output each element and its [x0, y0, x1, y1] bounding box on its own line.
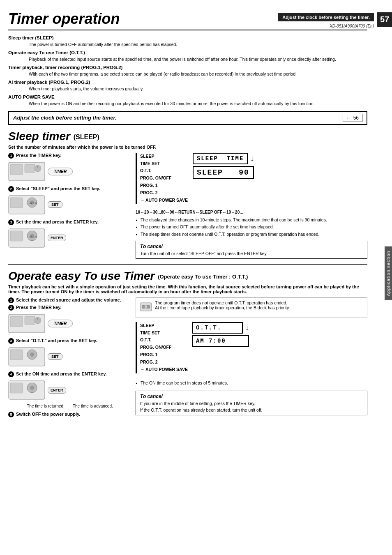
ott-display-2: AM 7:00: [192, 335, 249, 347]
enter-button-sleep: ENTER: [48, 235, 66, 241]
svg-rect-1: [10, 164, 23, 175]
svg-rect-17: [25, 316, 35, 325]
sleep-menu-list: SLEEP TIME SET O.T.T. PROG. ON/OFF PROG.…: [136, 153, 188, 204]
ott-timer-button: TIMER: [48, 320, 73, 327]
svg-rect-25: [10, 383, 23, 393]
svg-rect-11: [10, 231, 23, 241]
sleep-cancel-text: Turn the unit off or select "SLEEP OFF" …: [140, 251, 363, 256]
sleep-step-3: 3 Set the time and press the ENTER key. …: [8, 219, 131, 249]
intro-item-1: Sleep timer (SLEEP) The power is turned …: [8, 35, 367, 48]
sleep-sequence: 10↔20↔30...80↔90↔RETURN↔SLEEP OFF↔10↔20.…: [136, 210, 367, 214]
adjust-clock-text: Adjust the clock before setting the time…: [13, 115, 116, 121]
header-notice: Adjust the clock before setting the time…: [278, 13, 374, 21]
ott-display-1: O.T.T.: [192, 322, 243, 334]
sleep-step-2: 2 Select "SLEEP" and press the SET key. …: [8, 186, 131, 216]
ott-device-3: [8, 379, 45, 401]
menu-prog1: PROG. 1: [140, 182, 188, 189]
intro-item-5: AUTO POWER SAVE When the power is ON and…: [8, 94, 367, 107]
svg-rect-21: [10, 350, 23, 360]
menu-timeset: TIME SET: [140, 160, 188, 168]
ott-desc: Timer playback can be set with a simple …: [8, 284, 367, 294]
ott-bullet-1: The ON time can be set in steps of 5 min…: [136, 380, 367, 386]
ott-steps: 1 Select the desired source and adjust t…: [8, 297, 131, 419]
ott-menu-prog1: PROG. 1: [140, 351, 188, 359]
ott-menu-timeset: TIME SET: [140, 329, 188, 337]
sleep-timer-title: Sleep timer (SLEEP): [8, 130, 367, 143]
sleep-bullet-2: The power is turned OFF automatically af…: [136, 224, 367, 230]
svg-rect-16: [10, 316, 23, 327]
adjust-clock-bar: Adjust the clock before setting the time…: [8, 111, 367, 125]
intro-item-2: Operate easy To use Timer (O.T.T.) Playb…: [8, 49, 367, 62]
sleep-step-1: 1 Press the TIMER key.: [8, 153, 131, 183]
ott-bullets: The ON time can be set in steps of 5 min…: [136, 380, 367, 386]
ott-menu-sleep: SLEEP: [140, 322, 188, 329]
ott-step-1: 1 Select the desired source and adjust t…: [8, 297, 131, 335]
device-illustration-3: MULTI: [8, 227, 45, 249]
ott-device-2: [8, 345, 45, 368]
sleep-bullet-1: The displayed time changes in 10-minute …: [136, 217, 367, 223]
ott-enter-button: ENTER: [48, 387, 66, 394]
svg-point-27: [30, 386, 34, 390]
ott-to-cancel: To cancel If you are in the middle of ti…: [136, 391, 367, 415]
sleep-display-2: SLEEP 90: [193, 166, 254, 179]
menu-sleep: SLEEP: [140, 153, 188, 160]
menu-prog2: PROG. 2: [140, 189, 188, 197]
device-illustration-1: [8, 160, 45, 183]
svg-point-23: [30, 352, 34, 357]
menu-auto-power: → AUTO POWER SAVE: [140, 197, 188, 204]
ott-layout: 1 Select the desired source and adjust t…: [8, 297, 367, 419]
ott-menu-prog2: PROG. 2: [140, 359, 188, 366]
ott-display-area: O.T.T. ↓ AM 7:00: [192, 322, 249, 347]
ott-step-3: 3 Select "O.T.T." and press the SET key.…: [8, 338, 131, 368]
svg-text:MULTI: MULTI: [30, 235, 37, 238]
device-illustration-2: MULTI: [8, 193, 45, 216]
ott-set-button: SET: [48, 353, 62, 360]
ott-cancel-line1: If you are in the middle of time setting…: [140, 401, 363, 406]
ott-section: Operate easy To use Timer (Operate easy …: [8, 269, 367, 419]
adjust-clock-ref: ← 56: [343, 114, 362, 122]
page-number: 57: [377, 12, 392, 27]
intro-item-3: Timer playback, timer recording (PROG.1,…: [8, 64, 367, 77]
ott-device-1: [8, 312, 45, 335]
ott-right: The program timer does not operate until…: [136, 297, 367, 419]
ott-menu-list: SLEEP TIME SET O.T.T. PROG. ON/OFF PROG.…: [136, 322, 188, 373]
model-number: XD-951/A900/A700 (En): [330, 24, 374, 28]
sleep-display-area: SLEEP TIME ↓ SLEEP 90: [193, 153, 254, 179]
intro-section: Sleep timer (SLEEP) The power is turned …: [8, 35, 367, 107]
sleep-display: SLEEP TIME SET O.T.T. PROG. ON/OFF PROG.…: [136, 153, 367, 259]
svg-rect-2: [25, 164, 35, 173]
set-button: SET: [48, 201, 62, 208]
app-section-label: Application section: [385, 246, 392, 300]
sleep-timer-desc: Set the number of minutes after which th…: [8, 145, 367, 150]
menu-ott: O.T.T.: [140, 167, 188, 175]
menu-prog-onoff: PROG. ON/OFF: [140, 175, 188, 182]
sleep-steps: 1 Press the TIMER key.: [8, 153, 131, 259]
svg-rect-31: [145, 305, 147, 309]
svg-text:MULTI: MULTI: [30, 202, 37, 205]
sleep-display-1: SLEEP TIME: [193, 153, 248, 164]
sleep-timer-section: Sleep timer (SLEEP) Set the number of mi…: [8, 130, 367, 259]
intro-item-4: AI timer playback (PROG.1, PROG.2) When …: [8, 79, 367, 92]
ott-menu-auto-power: → AUTO POWER SAVE: [140, 366, 188, 373]
svg-rect-6: [10, 198, 23, 208]
ott-notes: The program timer does not operate until…: [136, 297, 367, 318]
timer-button: TIMER: [48, 168, 73, 175]
ott-menu-ott: O.T.T.: [140, 336, 188, 344]
time-caption: The time is returned. The time is advanc…: [8, 404, 131, 408]
sleep-bullets: The displayed time changes in 10-minute …: [136, 217, 367, 237]
ott-title: Operate easy To use Timer (Operate easy …: [8, 269, 367, 283]
ott-step-4: 4 Set the ON time and press the ENTER ke…: [8, 371, 131, 408]
sleep-timer-layout: 1 Press the TIMER key.: [8, 153, 367, 259]
ott-step-5: 5 Switch OFF the power supply.: [8, 412, 131, 417]
sleep-bullet-3: The sleep timer does not operate until O…: [136, 231, 367, 237]
ott-menu-prog-onoff: PROG. ON/OFF: [140, 344, 188, 351]
tape-icon: [139, 300, 152, 313]
sleep-to-cancel: To cancel Turn the unit off or select "S…: [136, 241, 367, 259]
arrow-down-1: ↓: [250, 155, 254, 162]
ott-cancel-line2: If the O.T.T. operation has already been…: [140, 408, 363, 412]
section-divider: [8, 264, 367, 265]
